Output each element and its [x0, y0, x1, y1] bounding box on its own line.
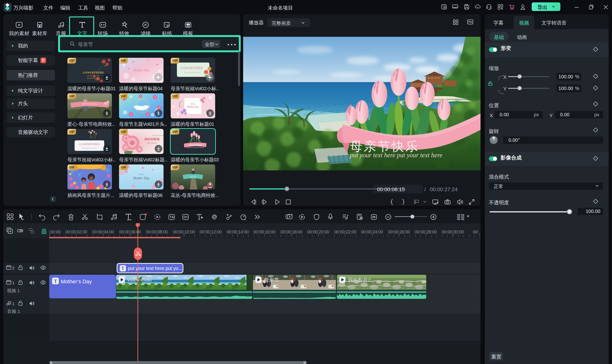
- svg-text:- WARM -: - WARM -: [138, 173, 145, 175]
- svg-text:2: 2: [12, 266, 14, 271]
- svg-text:1: 1: [12, 281, 14, 285]
- svg-text:□□□□□: □□□□□: [190, 176, 196, 178]
- svg-text:Put your text here: Put your text here: [184, 71, 199, 74]
- svg-text:Warm: Warm: [191, 103, 195, 105]
- svg-text:LOWERTHIRD: LOWERTHIRD: [188, 144, 202, 146]
- svg-text:□□□□ □□□ □□□□: □□□□ □□□ □□□□: [82, 103, 97, 105]
- svg-text:put your text here: put your text here: [87, 77, 99, 79]
- svg-text:Mother Day: Mother Day: [187, 105, 199, 108]
- svg-text:put your text here: put your text here: [87, 75, 99, 77]
- svg-text:母亲节快乐: 母亲节快乐: [350, 139, 419, 153]
- svg-text:Put your text here: Put your text here: [82, 147, 97, 149]
- svg-text:MOTHER: MOTHER: [144, 138, 160, 141]
- svg-text:Mother Day: Mother Day: [133, 68, 150, 72]
- svg-text:音频 1: 音频 1: [7, 309, 20, 314]
- svg-text:LOWERTHIRD: LOWERTHIRD: [79, 142, 99, 146]
- svg-text:Put your text here: Put your text here: [152, 135, 164, 137]
- svg-text:LOWERTHIRD: LOWERTHIRD: [181, 66, 203, 70]
- svg-text:put your text here put your te: put your text here put your text here: [187, 147, 204, 148]
- svg-text:Mother Day: Mother Day: [133, 176, 150, 180]
- svg-text:LOWERTHIRD: LOWERTHIRD: [83, 71, 104, 74]
- svg-text:Day Wishes: Day Wishes: [147, 142, 157, 144]
- svg-text:视频 1: 视频 1: [7, 288, 20, 293]
- svg-text:1: 1: [12, 301, 14, 306]
- svg-text:put your text here put your te: put your text here put your text here: [349, 152, 442, 159]
